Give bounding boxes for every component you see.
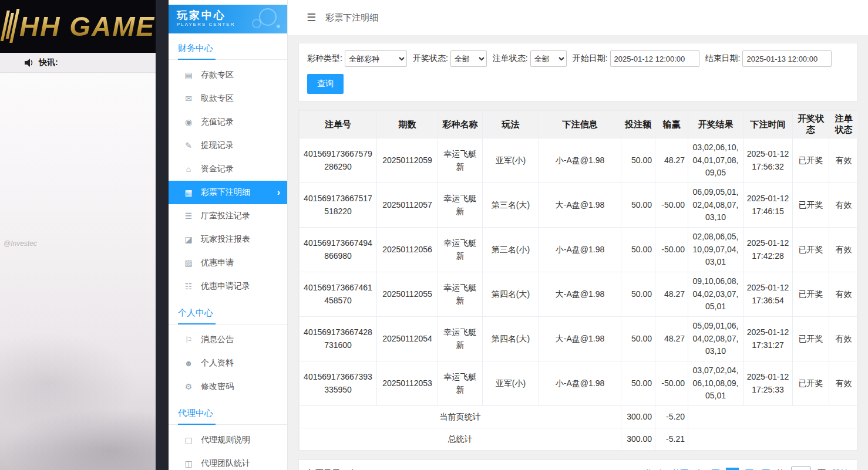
sidebar-item-label: 优惠申请记录: [201, 281, 250, 292]
filter-row: 彩种类型: 全部彩种 开奖状态: 全部 注单状态: 全部 开始日期: 结束日期:: [307, 50, 849, 67]
column-header-play-type: 玩法: [483, 111, 539, 138]
pagination-bar: 每页显示20条 共6条 首页 上一页 1 下一页 第 页 跳转: [298, 459, 857, 470]
sidebar-item-hall-bet-record[interactable]: ☰厅室投注记录: [169, 204, 287, 228]
sidebar-item-label: 代理团队统计: [201, 458, 250, 469]
summary-row: 当前页统计300.00-5.20: [300, 406, 859, 428]
bet-status-select[interactable]: 全部: [530, 50, 567, 67]
player-bet-report-icon: ◪: [184, 235, 193, 244]
sidebar-item-message[interactable]: ⚐消息公告: [169, 328, 287, 351]
lottery-type-select[interactable]: 全部彩种: [345, 50, 407, 67]
summary-label: 总统计: [300, 428, 621, 451]
cell-bet-amount: 50.00: [621, 272, 655, 317]
content: 彩种类型: 全部彩种 开奖状态: 全部 注单状态: 全部 开始日期: 结束日期:: [288, 35, 868, 470]
promo-record-icon: ☷: [184, 282, 193, 291]
brand-logo[interactable]: HH GAME: [4, 11, 155, 43]
cell-lottery-name: 幸运飞艇新: [438, 317, 483, 361]
column-header-bet-amount: 投注额: [621, 111, 655, 138]
sidebar-item-withdraw-record[interactable]: ✎提现记录: [169, 134, 287, 157]
cell-play-type: 第三名(大): [483, 183, 539, 228]
sidebar-item-recharge-record[interactable]: ◉充值记录: [169, 110, 287, 134]
column-header-period: 期数: [377, 111, 438, 138]
bet-table-body: 40156917366757928629020250112059幸运飞艇新亚军(…: [300, 138, 859, 451]
cell-draw-result: 05,09,01,06,04,02,08,07,03,10: [688, 317, 743, 361]
cell-draw-result: 02,08,06,05,10,09,07,04,03,01: [688, 228, 743, 272]
cell-win-loss: -50.00: [655, 228, 688, 272]
sidebar-header: 玩家中心 PLAYERS CENTER: [169, 5, 287, 33]
cell-bet-amount: 50.00: [621, 183, 655, 228]
sidebar-item-funds-record[interactable]: ⌂资金记录: [169, 157, 287, 181]
sidebar-item-label: 修改密码: [201, 381, 234, 392]
agent-rules-icon: ▢: [184, 435, 193, 445]
cell-play-type: 第四名(大): [483, 272, 539, 317]
cell-bet-status: 有效: [829, 228, 859, 272]
cell-play-type: 第四名(大): [483, 317, 539, 361]
summary-win-loss: -5.20: [655, 406, 688, 428]
sidebar-item-label: 彩票下注明细: [201, 187, 250, 198]
query-button[interactable]: 查询: [307, 74, 344, 94]
hamburger-menu-icon[interactable]: ☰: [307, 11, 316, 24]
jump-page-input[interactable]: [791, 466, 811, 470]
password-gear-icon: ⚙: [184, 382, 193, 391]
start-date-label: 开始日期:: [573, 53, 608, 64]
profile-icon: ☻: [184, 359, 193, 368]
sidebar-item-promo-record[interactable]: ☷优惠申请记录: [169, 275, 287, 298]
cell-draw-status: 已开奖: [793, 183, 829, 228]
column-header-draw-result: 开奖结果: [688, 111, 743, 138]
sidebar-item-label: 提现记录: [201, 140, 234, 151]
summary-empty: [688, 406, 859, 428]
image-watermark: @Investec: [4, 239, 37, 248]
end-date-input[interactable]: [742, 50, 832, 67]
draw-status-label: 开奖状态:: [413, 53, 448, 64]
summary-label: 当前页统计: [300, 406, 621, 428]
sidebar-item-lottery-bet-detail[interactable]: ▦彩票下注明细›: [169, 181, 287, 204]
sidebar-item-deposit[interactable]: ▤存款专区: [169, 63, 287, 87]
sidebar-item-agent-team[interactable]: ◫代理团队统计: [169, 452, 287, 470]
cell-bet-time: 2025-01-12 17:25:33: [743, 361, 793, 406]
cell-bet-id: 401569173667461458570: [300, 272, 377, 317]
cell-bet-info: 小-A盘@1.98: [539, 361, 621, 406]
speaker-icon: [25, 59, 34, 67]
bet-table-card: 注单号期数彩种名称玩法下注信息投注额输赢开奖结果下注时间开奖状态注单状态 401…: [298, 110, 857, 451]
sidebar-menu: 财务中心▤存款专区✉取款专区◉充值记录✎提现记录⌂资金记录▦彩票下注明细›☰厅室…: [169, 33, 287, 470]
column-header-bet-id: 注单号: [300, 111, 377, 138]
cell-draw-result: 03,07,02,04,06,10,08,09,05,01: [688, 361, 743, 406]
promo-apply-icon: ▨: [184, 258, 193, 268]
sidebar-item-label: 资金记录: [201, 164, 234, 174]
sidebar-item-label: 个人资料: [201, 358, 234, 368]
logo-area: HH GAME: [0, 0, 156, 53]
news-ticker-bar: 快讯:: [0, 53, 156, 73]
sidebar-item-password-gear[interactable]: ⚙修改密码: [169, 375, 287, 398]
sidebar-item-promo-apply[interactable]: ▨优惠申请: [169, 251, 287, 275]
page: HH GAME 快讯: @Investec 玩家中心 PLAYERS CENTE…: [0, 0, 868, 470]
sidebar-item-agent-rules[interactable]: ▢代理规则说明: [169, 428, 287, 452]
cell-play-type: 第三名(小): [483, 228, 539, 272]
cell-win-loss: 48.27: [655, 272, 688, 317]
column-header-bet-time: 下注时间: [743, 111, 793, 138]
sidebar-item-label: 代理规则说明: [201, 435, 250, 445]
dark-divider: [156, 0, 169, 470]
column-header-draw-status: 开奖状态: [793, 111, 829, 138]
cell-win-loss: 48.27: [655, 138, 688, 183]
logo-bars-icon: [0, 11, 19, 43]
cell-bet-status: 有效: [829, 183, 859, 228]
start-date-input[interactable]: [610, 50, 699, 67]
summary-bet-total: 300.00: [621, 428, 655, 451]
sidebar-item-player-bet-report[interactable]: ◪玩家投注报表: [169, 228, 287, 251]
logo-text: HH GAME: [19, 11, 155, 42]
sidebar-item-label: 存款专区: [201, 70, 234, 80]
sidebar-item-profile[interactable]: ☻个人资料: [169, 351, 287, 375]
cell-period: 20250112055: [377, 272, 438, 317]
cell-draw-status: 已开奖: [793, 361, 829, 406]
cell-draw-status: 已开奖: [793, 138, 829, 183]
cell-bet-info: 小-A盘@1.98: [539, 228, 621, 272]
cell-bet-id: 401569173667517518220: [300, 183, 377, 228]
sidebar-item-withdraw[interactable]: ✉取款专区: [169, 87, 287, 110]
topbar: ☰ 彩票下注明细: [288, 0, 868, 35]
background-image: [0, 73, 156, 470]
cell-bet-time: 2025-01-12 17:31:27: [743, 317, 793, 361]
summary-empty: [688, 428, 859, 451]
cell-lottery-name: 幸运飞艇新: [438, 183, 483, 228]
cell-draw-status: 已开奖: [793, 272, 829, 317]
draw-status-select[interactable]: 全部: [450, 50, 487, 67]
cell-lottery-name: 幸运飞艇新: [438, 228, 483, 272]
